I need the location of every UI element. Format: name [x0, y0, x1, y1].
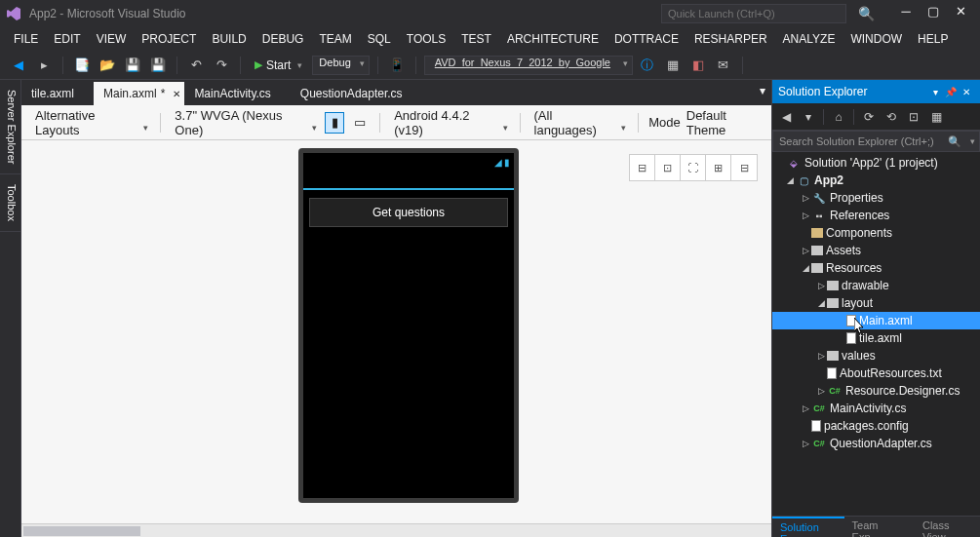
actual-size-button[interactable]: ⛶ [681, 155, 706, 180]
android-version-combo[interactable]: Android 4.4.2 (v19) [390, 106, 509, 139]
zoom-in-button[interactable]: ⊞ [706, 155, 731, 180]
resource-designer-file[interactable]: ▷C#Resource.Designer.cs [772, 382, 980, 400]
nav-fwd-button[interactable]: ▸ [33, 55, 55, 76]
back-button[interactable]: ◀ [776, 107, 796, 127]
menu-sql[interactable]: SQL [360, 32, 399, 46]
theme-combo[interactable]: Default Theme [686, 108, 762, 137]
refresh-button[interactable]: ⟲ [882, 107, 901, 127]
mail-icon[interactable]: ✉ [713, 55, 734, 76]
menu-file[interactable]: FILE [6, 32, 46, 46]
redo-button[interactable]: ↷ [211, 55, 232, 76]
references-node[interactable]: ▷▪▪References [772, 207, 980, 224]
menu-test[interactable]: TEST [453, 32, 499, 46]
fit-all-button[interactable]: ⊡ [655, 155, 681, 180]
tab-overflow-button[interactable]: ▾ [760, 84, 765, 97]
menu-project[interactable]: PROJECT [134, 32, 204, 46]
landscape-button[interactable]: ▭ [350, 112, 370, 134]
expand-icon[interactable]: ▷ [800, 246, 811, 255]
panel-close-button[interactable]: ✕ [959, 87, 974, 97]
horizontal-scrollbar[interactable] [21, 523, 771, 537]
log-icon[interactable]: ▦ [662, 55, 684, 76]
layout-node[interactable]: ◢layout [772, 294, 980, 312]
menu-build[interactable]: BUILD [204, 32, 254, 46]
expand-icon[interactable]: ◢ [815, 298, 827, 308]
panel-menu-button[interactable]: ▾ [927, 87, 943, 97]
info-icon[interactable]: ⓘ [637, 55, 658, 76]
solution-node[interactable]: ⬙Solution 'App2' (1 project) [772, 154, 980, 172]
menu-debug[interactable]: DEBUG [255, 32, 312, 46]
main-axml-file[interactable]: Main.axml [772, 312, 980, 329]
search-dropdown-icon[interactable]: ▾ [970, 136, 975, 146]
mode-label[interactable]: Mode [648, 115, 681, 130]
about-resources-file[interactable]: AboutResources.txt [772, 364, 980, 382]
open-file-button[interactable]: 📂 [97, 55, 118, 76]
collapse-button[interactable]: ⊡ [904, 107, 923, 127]
alt-layouts-combo[interactable]: Alternative Layouts [31, 106, 150, 139]
fit-width-button[interactable]: ⊟ [630, 155, 655, 180]
expand-icon[interactable]: ◢ [800, 263, 811, 273]
fwd-button[interactable]: ▾ [799, 107, 818, 127]
expand-icon[interactable]: ▷ [815, 351, 827, 361]
expand-icon[interactable]: ▷ [800, 403, 811, 413]
menu-tools[interactable]: TOOLS [399, 32, 453, 46]
show-all-button[interactable]: ▦ [926, 107, 946, 127]
config-combo[interactable]: Debug [312, 56, 369, 75]
packages-config-file[interactable]: packages.config [772, 417, 980, 435]
menu-window[interactable]: WINDOW [843, 32, 910, 46]
menu-edit[interactable]: EDIT [46, 32, 88, 46]
portrait-button[interactable]: ▮ [325, 112, 344, 134]
resources-node[interactable]: ◢Resources [772, 259, 980, 277]
new-project-button[interactable]: 📑 [71, 55, 93, 76]
close-icon[interactable]: ✕ [173, 89, 180, 99]
menu-resharper[interactable]: RESHARPER [686, 32, 775, 46]
minimize-button[interactable]: ─ [892, 4, 920, 23]
menu-architecture[interactable]: ARCHITECTURE [499, 32, 607, 46]
solution-search-input[interactable]: Search Solution Explorer (Ctrl+;) 🔍 ▾ [772, 131, 980, 152]
tab-main-axml[interactable]: Main.axml*✕ [94, 82, 184, 105]
tab-questionadapter-cs[interactable]: QuestionAdapter.cs [291, 82, 422, 105]
language-combo[interactable]: (All languages) [530, 106, 629, 139]
values-node[interactable]: ▷values [772, 347, 980, 364]
solution-explorer-header[interactable]: Solution Explorer ▾ 📌 ✕ [772, 80, 980, 103]
undo-button[interactable]: ↶ [185, 55, 207, 76]
server-explorer-tab[interactable]: Server Explorer [0, 80, 20, 174]
tab-mainactivity-cs[interactable]: MainActivity.cs [184, 82, 290, 105]
device-combo[interactable]: 3.7" WVGA (Nexus One) [171, 106, 319, 139]
designer-canvas[interactable]: ◢ ▮ Get questions ⊟ ⊡ ⛶ ⊞ ⊟ [21, 140, 771, 523]
questionadapter-file[interactable]: ▷C#QuestionAdapter.cs [772, 435, 980, 452]
menu-help[interactable]: HELP [910, 32, 956, 46]
menu-dottrace[interactable]: DOTTRACE [607, 32, 686, 46]
search-icon[interactable]: 🔍 [858, 6, 875, 21]
menu-analyze[interactable]: ANALYZE [775, 32, 843, 46]
nav-back-button[interactable]: ◀ [8, 55, 29, 76]
quick-launch-input[interactable] [661, 4, 846, 23]
pin-button[interactable]: 📌 [943, 87, 959, 97]
expand-icon[interactable]: ▷ [800, 439, 811, 448]
tile-axml-file[interactable]: tile.axml [772, 329, 980, 347]
avd-combo[interactable]: AVD_for_Nexus_7_2012_by_Google [424, 56, 633, 75]
expand-icon[interactable]: ▷ [800, 193, 811, 203]
expand-icon[interactable]: ▷ [800, 211, 811, 220]
menu-team[interactable]: TEAM [311, 32, 359, 46]
tab-tile-axml[interactable]: tile.axml [21, 82, 94, 105]
properties-node[interactable]: ▷🔧Properties [772, 189, 980, 207]
team-explorer-tab[interactable]: Team Exp… [844, 517, 915, 537]
close-button[interactable]: ✕ [947, 4, 974, 23]
class-view-tab[interactable]: Class View [915, 517, 980, 537]
save-button[interactable]: 💾 [122, 55, 143, 76]
save-all-button[interactable]: 💾 [147, 55, 169, 76]
sync-button[interactable]: ⟳ [859, 107, 879, 127]
ext-icon[interactable]: ◧ [687, 55, 709, 76]
start-debug-button[interactable]: ▶Start▾ [249, 58, 308, 72]
device-icon[interactable]: 📱 [386, 55, 408, 76]
solution-explorer-tab[interactable]: Solution E… [772, 517, 844, 537]
maximize-button[interactable]: ▢ [920, 4, 947, 23]
get-questions-button[interactable]: Get questions [309, 198, 508, 227]
zoom-out-button[interactable]: ⊟ [731, 155, 757, 180]
toolbox-tab[interactable]: Toolbox [0, 174, 20, 232]
assets-node[interactable]: ▷Assets [772, 242, 980, 259]
menu-view[interactable]: VIEW [89, 32, 135, 46]
expand-icon[interactable]: ▷ [815, 386, 827, 396]
mainactivity-file[interactable]: ▷C#MainActivity.cs [772, 400, 980, 417]
scrollbar-thumb[interactable] [23, 526, 140, 536]
